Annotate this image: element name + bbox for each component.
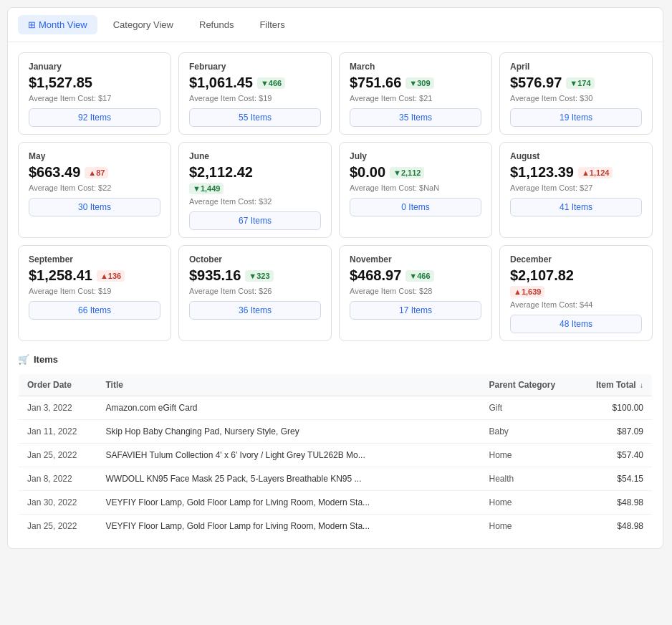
month-amount: $2,112.42 [189,164,253,181]
items-button[interactable]: 48 Items [510,315,642,333]
items-button[interactable]: 41 Items [510,198,642,216]
month-card-april: April $576.97 ▼174 Average Item Cost: $3… [499,52,653,135]
month-amount: $1,527.85 [29,75,92,91]
table-row: Jan 8, 2022WWDOLL KN95 Face Mask 25 Pack… [19,467,653,491]
tab-refunds[interactable]: Refunds [189,15,244,34]
month-amount: $663.49 [29,164,80,181]
cell-total: $48.98 [581,515,653,538]
month-name: November [350,254,481,264]
cell-title: VEYFIY Floor Lamp, Gold Floor Lamp for L… [97,491,481,515]
month-name: January [29,62,160,72]
month-name: July [350,151,481,161]
col-header-item-total[interactable]: Item Total ↓ [581,374,653,396]
col-header-parent-category: Parent Category [481,374,581,396]
table-header: Order DateTitleParent CategoryItem Total… [19,374,653,396]
cell-title: Amazon.com eGift Card [97,396,481,420]
month-card-august: August $1,123.39 ▲1,124 Average Item Cos… [499,142,653,238]
avg-cost: Average Item Cost: $17 [29,94,160,102]
badge-july: ▼2,112 [390,167,424,178]
cell-category: Gift [481,396,581,420]
items-table: Order DateTitleParent CategoryItem Total… [18,373,653,538]
month-card-march: March $751.66 ▼309 Average Item Cost: $2… [339,52,492,135]
month-amount: $935.16 [189,267,241,284]
items-section-title: Items [18,351,653,368]
month-card-july: July $0.00 ▼2,112 Average Item Cost: $Na… [339,142,492,238]
items-button[interactable]: 92 Items [29,108,160,127]
cart-icon [18,354,29,365]
month-card-january: January $1,527.85 Average Item Cost: $17… [18,52,171,135]
col-header-order-date: Order Date [19,374,97,396]
items-button[interactable]: 67 Items [189,211,321,230]
tab-category-view[interactable]: Category View [103,15,183,34]
month-grid: January $1,527.85 Average Item Cost: $17… [8,42,663,351]
month-amount: $0.00 [350,164,385,181]
items-button[interactable]: 19 Items [510,108,642,127]
avg-cost: Average Item Cost: $NaN [350,183,481,192]
items-title-text: Items [34,354,58,365]
avg-cost: Average Item Cost: $19 [29,287,160,295]
avg-cost: Average Item Cost: $44 [510,300,642,309]
badge-april: ▼174 [566,77,594,89]
cell-category: Health [481,467,581,491]
cell-title: SAFAVIEH Tulum Collection 4' x 6' Ivory … [97,444,481,467]
tab-month-view[interactable]: ⊞Month View [18,15,97,34]
cell-date: Jan 3, 2022 [19,396,97,420]
avg-cost: Average Item Cost: $32 [189,197,321,206]
table-row: Jan 3, 2022Amazon.com eGift CardGift$100… [19,396,653,420]
tab-filters[interactable]: Filters [249,15,294,34]
month-amount: $468.97 [350,267,401,284]
cell-title: WWDOLL KN95 Face Mask 25 Pack, 5-Layers … [97,467,481,491]
badge-september: ▲136 [97,270,125,282]
month-card-october: October $935.16 ▼323 Average Item Cost: … [178,245,332,341]
month-card-september: September $1,258.41 ▲136 Average Item Co… [18,245,171,341]
cell-category: Home [481,491,581,515]
badge-november: ▼466 [405,270,433,282]
table-row: Jan 11, 2022Skip Hop Baby Changing Pad, … [19,420,653,444]
month-card-november: November $468.97 ▼466 Average Item Cost:… [339,245,492,341]
month-amount: $1,123.39 [510,164,574,181]
badge-march: ▼309 [405,77,433,89]
month-card-june: June $2,112.42 ▼1,449 Average Item Cost:… [178,142,332,238]
toolbar: ⊞Month ViewCategory ViewRefundsFilters [8,8,663,42]
avg-cost: Average Item Cost: $28 [350,287,481,295]
items-button[interactable]: 55 Items [189,108,321,127]
cell-date: Jan 30, 2022 [19,491,97,515]
table-row: Jan 25, 2022SAFAVIEH Tulum Collection 4'… [19,444,653,467]
month-card-february: February $1,061.45 ▼466 Average Item Cos… [178,52,332,135]
cell-title: VEYFIY Floor Lamp, Gold Floor Lamp for L… [97,515,481,538]
items-section: Items Order DateTitleParent CategoryItem… [8,351,663,548]
month-card-may: May $663.49 ▲87 Average Item Cost: $22 3… [18,142,171,238]
badge-may: ▲87 [85,167,108,178]
items-button[interactable]: 36 Items [189,301,321,320]
avg-cost: Average Item Cost: $30 [510,94,642,102]
month-amount: $2,107.82 [510,267,574,284]
avg-cost: Average Item Cost: $19 [189,94,321,102]
items-button[interactable]: 17 Items [350,301,481,320]
items-button[interactable]: 66 Items [29,301,160,320]
cell-category: Home [481,444,581,467]
items-button[interactable]: 30 Items [29,198,160,216]
month-name: March [350,62,481,72]
table-row: Jan 25, 2022VEYFIY Floor Lamp, Gold Floo… [19,515,653,538]
items-button[interactable]: 0 Items [350,198,481,216]
avg-cost: Average Item Cost: $26 [189,287,321,295]
cell-date: Jan 25, 2022 [19,444,97,467]
sort-desc-icon: ↓ [640,381,643,389]
cell-title: Skip Hop Baby Changing Pad, Nursery Styl… [97,420,481,444]
col-header-title: Title [97,374,481,396]
avg-cost: Average Item Cost: $27 [510,183,642,192]
badge-august: ▲1,124 [578,167,613,178]
badge-october: ▼323 [245,270,273,282]
main-container: ⊞Month ViewCategory ViewRefundsFilters J… [7,7,663,549]
items-button[interactable]: 35 Items [350,108,481,127]
badge-june: ▼1,449 [189,183,224,194]
table-row: Jan 30, 2022VEYFIY Floor Lamp, Gold Floo… [19,491,653,515]
month-amount: $1,258.41 [29,267,92,284]
cell-date: Jan 8, 2022 [19,467,97,491]
badge-december: ▲1,639 [510,286,544,297]
cell-category: Baby [481,420,581,444]
cell-date: Jan 25, 2022 [19,515,97,538]
month-name: September [29,254,160,264]
month-name: August [510,151,642,161]
month-amount: $576.97 [510,75,562,91]
